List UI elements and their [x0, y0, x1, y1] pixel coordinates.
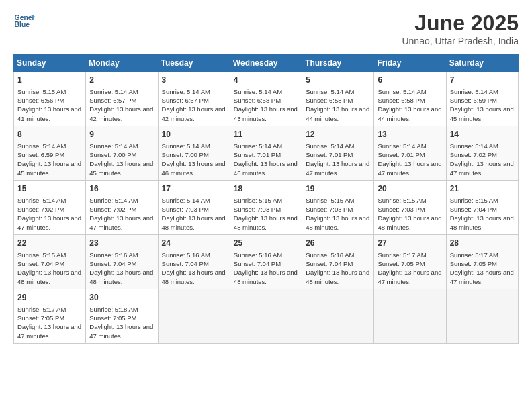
svg-text:Blue: Blue [15, 21, 30, 28]
month-title: June 2025 [402, 11, 519, 36]
week-row-4: 22 Sunrise: 5:15 AMSunset: 7:04 PMDaylig… [14, 234, 519, 289]
empty-cell-1 [158, 289, 230, 343]
day-23: 23 Sunrise: 5:16 AMSunset: 7:04 PMDaylig… [86, 234, 158, 289]
logo-icon: General Blue [13, 11, 35, 32]
page-container: General Blue June 2025 Unnao, Uttar Prad… [0, 0, 532, 352]
empty-cell-3 [302, 289, 374, 343]
day-3: 3 Sunrise: 5:14 AMSunset: 6:57 PMDayligh… [158, 72, 230, 126]
day-30: 30 Sunrise: 5:18 AMSunset: 7:05 PMDaylig… [86, 289, 158, 343]
header-saturday: Saturday [446, 55, 518, 72]
day-26: 26 Sunrise: 5:16 AMSunset: 7:04 PMDaylig… [302, 234, 374, 289]
week-row-1: 1 Sunrise: 5:15 AMSunset: 6:56 PMDayligh… [14, 72, 519, 126]
empty-cell-2 [230, 289, 302, 343]
day-11: 11 Sunrise: 5:14 AMSunset: 7:01 PMDaylig… [230, 126, 302, 180]
day-4: 4 Sunrise: 5:14 AMSunset: 6:58 PMDayligh… [230, 72, 302, 126]
day-17: 17 Sunrise: 5:14 AMSunset: 7:03 PMDaylig… [158, 180, 230, 234]
title-section: June 2025 Unnao, Uttar Pradesh, India [402, 11, 519, 46]
day-8: 8 Sunrise: 5:14 AMSunset: 6:59 PMDayligh… [14, 126, 86, 180]
day-16: 16 Sunrise: 5:14 AMSunset: 7:02 PMDaylig… [86, 180, 158, 234]
header-monday: Monday [86, 55, 158, 72]
header: General Blue June 2025 Unnao, Uttar Prad… [13, 11, 519, 46]
day-2: 2 Sunrise: 5:14 AMSunset: 6:57 PMDayligh… [86, 72, 158, 126]
location: Unnao, Uttar Pradesh, India [402, 36, 519, 46]
header-sunday: Sunday [14, 55, 86, 72]
day-19: 19 Sunrise: 5:15 AMSunset: 7:03 PMDaylig… [302, 180, 374, 234]
day-12: 12 Sunrise: 5:14 AMSunset: 7:01 PMDaylig… [302, 126, 374, 180]
empty-cell-4 [374, 289, 446, 343]
day-27: 27 Sunrise: 5:17 AMSunset: 7:05 PMDaylig… [374, 234, 446, 289]
day-29: 29 Sunrise: 5:17 AMSunset: 7:05 PMDaylig… [14, 289, 86, 343]
day-21: 21 Sunrise: 5:15 AMSunset: 7:04 PMDaylig… [446, 180, 518, 234]
day-13: 13 Sunrise: 5:14 AMSunset: 7:01 PMDaylig… [374, 126, 446, 180]
day-7: 7 Sunrise: 5:14 AMSunset: 6:59 PMDayligh… [446, 72, 518, 126]
header-tuesday: Tuesday [158, 55, 230, 72]
header-friday: Friday [374, 55, 446, 72]
day-28: 28 Sunrise: 5:17 AMSunset: 7:05 PMDaylig… [446, 234, 518, 289]
week-row-5: 29 Sunrise: 5:17 AMSunset: 7:05 PMDaylig… [14, 289, 519, 343]
logo: General Blue [13, 11, 36, 32]
day-22: 22 Sunrise: 5:15 AMSunset: 7:04 PMDaylig… [14, 234, 86, 289]
day-5: 5 Sunrise: 5:14 AMSunset: 6:58 PMDayligh… [302, 72, 374, 126]
day-24: 24 Sunrise: 5:16 AMSunset: 7:04 PMDaylig… [158, 234, 230, 289]
header-thursday: Thursday [302, 55, 374, 72]
day-18: 18 Sunrise: 5:15 AMSunset: 7:03 PMDaylig… [230, 180, 302, 234]
week-row-3: 15 Sunrise: 5:14 AMSunset: 7:02 PMDaylig… [14, 180, 519, 234]
week-row-2: 8 Sunrise: 5:14 AMSunset: 6:59 PMDayligh… [14, 126, 519, 180]
day-15: 15 Sunrise: 5:14 AMSunset: 7:02 PMDaylig… [14, 180, 86, 234]
day-10: 10 Sunrise: 5:14 AMSunset: 7:00 PMDaylig… [158, 126, 230, 180]
weekday-header-row: Sunday Monday Tuesday Wednesday Thursday… [14, 55, 519, 72]
day-20: 20 Sunrise: 5:15 AMSunset: 7:03 PMDaylig… [374, 180, 446, 234]
day-25: 25 Sunrise: 5:16 AMSunset: 7:04 PMDaylig… [230, 234, 302, 289]
day-1: 1 Sunrise: 5:15 AMSunset: 6:56 PMDayligh… [14, 72, 86, 126]
day-6: 6 Sunrise: 5:14 AMSunset: 6:58 PMDayligh… [374, 72, 446, 126]
empty-cell-5 [446, 289, 518, 343]
calendar: Sunday Monday Tuesday Wednesday Thursday… [13, 54, 519, 344]
header-wednesday: Wednesday [230, 55, 302, 72]
day-14: 14 Sunrise: 5:14 AMSunset: 7:02 PMDaylig… [446, 126, 518, 180]
day-9: 9 Sunrise: 5:14 AMSunset: 7:00 PMDayligh… [86, 126, 158, 180]
